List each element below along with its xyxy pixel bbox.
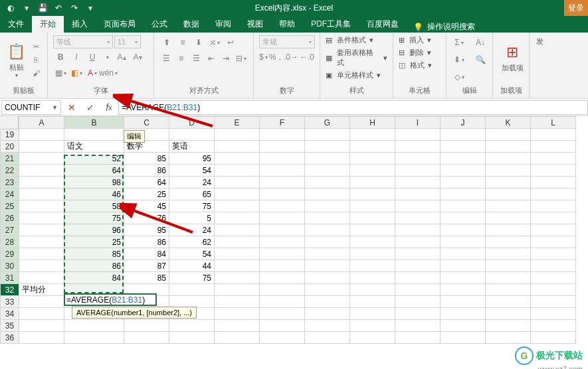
- cell[interactable]: [215, 141, 260, 153]
- row-header[interactable]: 32: [1, 284, 19, 296]
- cell[interactable]: [215, 129, 260, 141]
- cell[interactable]: [305, 141, 350, 153]
- paste-button[interactable]: 📋 粘贴 ▾: [5, 38, 27, 82]
- cell[interactable]: [350, 212, 395, 224]
- cell[interactable]: [19, 260, 64, 272]
- cell[interactable]: [260, 153, 305, 165]
- column-header[interactable]: F: [260, 117, 305, 129]
- cell[interactable]: [531, 224, 576, 236]
- cell[interactable]: [350, 188, 395, 200]
- cell[interactable]: [486, 248, 531, 260]
- cell[interactable]: [441, 296, 486, 308]
- cell[interactable]: 85: [124, 153, 169, 165]
- accounting-format-icon[interactable]: $: [259, 50, 268, 64]
- cell[interactable]: [260, 200, 305, 212]
- cell[interactable]: [441, 200, 486, 212]
- comma-style-icon[interactable]: ,: [277, 50, 282, 64]
- cell[interactable]: [395, 188, 441, 200]
- cell[interactable]: 86: [64, 260, 124, 272]
- cell[interactable]: [441, 129, 486, 141]
- row-header[interactable]: 30: [1, 260, 19, 272]
- row-header[interactable]: 33: [1, 296, 19, 308]
- select-all-corner[interactable]: [0, 116, 19, 129]
- save-icon[interactable]: 💾: [36, 1, 49, 15]
- cell[interactable]: 语文: [64, 141, 124, 153]
- cell[interactable]: [305, 200, 350, 212]
- tab-insert[interactable]: 插入: [64, 16, 96, 33]
- cell[interactable]: [395, 296, 441, 308]
- copy-icon[interactable]: ⎘: [30, 54, 42, 66]
- cell[interactable]: [305, 224, 350, 236]
- cell[interactable]: 平均分: [19, 284, 64, 296]
- number-format-combo[interactable]: 常规▾: [259, 35, 315, 48]
- cell[interactable]: [260, 177, 305, 188]
- cell[interactable]: 76: [124, 212, 169, 224]
- cell[interactable]: [19, 236, 64, 248]
- cell[interactable]: [305, 284, 350, 296]
- column-header[interactable]: E: [215, 117, 260, 129]
- cell[interactable]: 85: [124, 272, 169, 284]
- cell[interactable]: 96: [64, 224, 124, 236]
- cell[interactable]: [64, 129, 124, 141]
- cell[interactable]: [486, 308, 531, 320]
- cell[interactable]: [531, 153, 576, 165]
- cell[interactable]: [305, 129, 350, 141]
- row-header[interactable]: 28: [1, 236, 19, 248]
- row-header[interactable]: 19: [1, 129, 19, 141]
- column-header[interactable]: A: [19, 117, 64, 129]
- row-header[interactable]: 22: [1, 165, 19, 177]
- cell[interactable]: [350, 141, 395, 153]
- cell[interactable]: [531, 200, 576, 212]
- qat-dropdown-icon[interactable]: ▾: [20, 1, 33, 15]
- cell[interactable]: [441, 284, 486, 296]
- tab-review[interactable]: 审阅: [207, 16, 239, 33]
- cell[interactable]: [305, 177, 350, 188]
- cell-styles-button[interactable]: ▣ 单元格样式 ▾: [326, 70, 387, 80]
- cell[interactable]: [215, 236, 260, 248]
- row-header[interactable]: 25: [1, 200, 19, 212]
- cell[interactable]: [19, 188, 64, 200]
- cell[interactable]: [260, 212, 305, 224]
- cell[interactable]: [260, 296, 305, 308]
- confirm-formula-button[interactable]: ✓: [81, 100, 100, 115]
- cell[interactable]: [19, 296, 64, 308]
- cell[interactable]: [215, 200, 260, 212]
- cancel-formula-button[interactable]: ✕: [62, 100, 81, 115]
- align-bottom-icon[interactable]: ⬇: [191, 35, 206, 50]
- redo-icon[interactable]: ↷: [68, 1, 81, 15]
- cell[interactable]: [441, 308, 486, 320]
- cell[interactable]: [215, 272, 260, 284]
- cell[interactable]: 84: [64, 272, 124, 284]
- tab-formula[interactable]: 公式: [144, 16, 175, 33]
- cell[interactable]: [441, 212, 486, 224]
- cell[interactable]: 75: [64, 212, 124, 224]
- cell[interactable]: [305, 188, 350, 200]
- cell[interactable]: [486, 165, 531, 177]
- orientation-icon[interactable]: ⤭: [207, 35, 222, 50]
- cell[interactable]: 24: [169, 177, 215, 188]
- cell[interactable]: [260, 284, 305, 296]
- cell[interactable]: [260, 248, 305, 260]
- cell[interactable]: [305, 296, 350, 308]
- cell[interactable]: [486, 272, 531, 284]
- cell[interactable]: 54: [169, 248, 215, 260]
- tab-data[interactable]: 数据: [175, 16, 207, 33]
- cell[interactable]: [260, 165, 305, 177]
- cell[interactable]: [215, 224, 260, 236]
- active-cell[interactable]: =AVERAGE(B21:B31): [64, 293, 157, 306]
- cell[interactable]: [305, 212, 350, 224]
- cell[interactable]: [531, 165, 576, 177]
- cell[interactable]: 54: [169, 165, 215, 177]
- name-box-dropdown-icon[interactable]: ▼: [52, 104, 58, 111]
- row-header[interactable]: 26: [1, 212, 19, 224]
- cell[interactable]: [350, 332, 395, 344]
- cell[interactable]: [215, 332, 260, 344]
- cell[interactable]: 64: [64, 165, 124, 177]
- insert-cells-button[interactable]: ⊞ 插入 ▾: [399, 35, 441, 45]
- cell[interactable]: [350, 248, 395, 260]
- cell[interactable]: [531, 212, 576, 224]
- autosum-icon[interactable]: Σ: [452, 35, 466, 50]
- cell[interactable]: [441, 177, 486, 188]
- cell[interactable]: [215, 188, 260, 200]
- cell[interactable]: [486, 236, 531, 248]
